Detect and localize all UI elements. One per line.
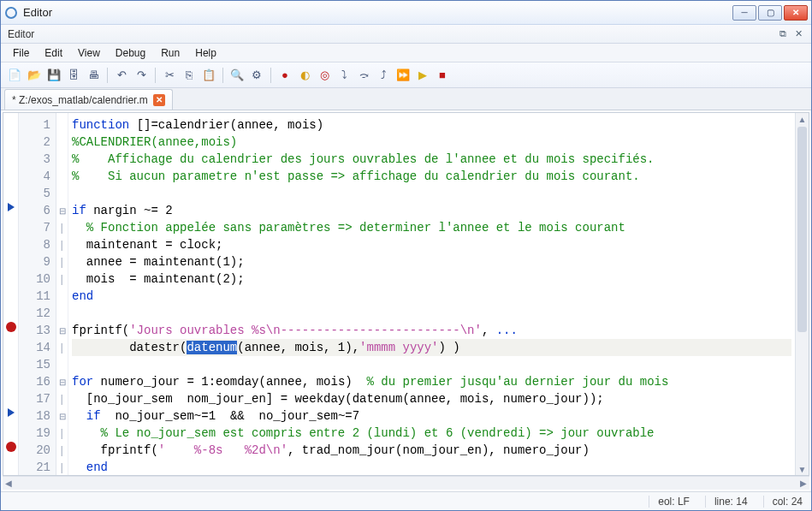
fold-marker[interactable]: ⊟ (56, 322, 68, 339)
code-line[interactable]: datestr(datenum(annee, mois, 1),'mmmm yy… (72, 339, 791, 356)
fold-marker[interactable]: │ (56, 219, 68, 236)
fold-marker[interactable]: │ (56, 253, 68, 270)
code-line[interactable]: maintenant = clock; (72, 236, 791, 253)
fold-column[interactable]: ⊟││││⊟│⊟│⊟│││ (56, 113, 68, 475)
code-line[interactable]: end (72, 459, 791, 475)
horizontal-scrollbar[interactable]: ◀ ▶ (3, 476, 809, 490)
menu-help[interactable]: Help (188, 45, 223, 61)
close-button[interactable]: ✕ (784, 5, 808, 21)
line-number[interactable]: 1 (19, 116, 50, 134)
paste-icon[interactable]: 📋 (200, 67, 217, 84)
code-line[interactable] (72, 305, 791, 322)
line-number[interactable]: 19 (19, 425, 50, 442)
menu-view[interactable]: View (71, 45, 107, 61)
fold-marker[interactable] (56, 305, 68, 322)
save-icon[interactable]: 💾 (45, 67, 62, 84)
step-in-icon[interactable]: ⤵ (335, 67, 353, 84)
line-number-column[interactable]: 12345678910111213141516171819202122 (19, 113, 56, 475)
line-number[interactable]: 12 (19, 305, 50, 322)
line-number[interactable]: 3 (19, 151, 50, 168)
tab-active[interactable]: * Z:/exos_matlab/calendrier.m ✕ (4, 89, 173, 110)
new-file-icon[interactable]: 📄 (6, 67, 23, 84)
vertical-scrollbar[interactable]: ▲ ▼ (795, 113, 809, 475)
fold-marker[interactable] (56, 151, 68, 168)
breakpoint-marker[interactable] (6, 322, 16, 332)
copy-icon[interactable]: ⎘ (181, 67, 198, 84)
find-icon[interactable]: 🔍 (228, 67, 246, 84)
fold-marker[interactable]: │ (56, 442, 68, 459)
menu-file[interactable]: File (6, 45, 36, 61)
undo-icon[interactable]: ↶ (113, 67, 130, 84)
fold-marker[interactable]: ⊟ (56, 202, 68, 219)
titlebar[interactable]: Editor ─ ▢ ✕ (1, 1, 811, 25)
line-number[interactable]: 7 (19, 219, 50, 236)
line-number[interactable]: 17 (19, 390, 50, 407)
menu-run[interactable]: Run (154, 45, 187, 61)
breakpoint-icon[interactable]: ● (276, 67, 293, 84)
code-line[interactable]: % Affichage du calendrier des jours ouvr… (72, 151, 791, 168)
fold-marker[interactable] (56, 288, 68, 305)
line-number[interactable]: 21 (19, 459, 50, 476)
step-out-icon[interactable]: ⤴ (375, 67, 392, 84)
line-number[interactable]: 6 (19, 202, 50, 219)
code-line[interactable]: end (72, 288, 791, 305)
line-number[interactable]: 5 (19, 185, 50, 202)
code-line[interactable]: if no_jour_sem~=1 && no_jour_sem~=7 (72, 407, 791, 425)
scroll-down-icon[interactable]: ▼ (796, 463, 809, 475)
tab-close-icon[interactable]: ✕ (153, 94, 165, 106)
line-number[interactable]: 14 (19, 339, 50, 356)
fold-marker[interactable]: │ (56, 459, 68, 476)
code-line[interactable]: function []=calendrier(annee, mois) (72, 116, 791, 134)
scroll-up-icon[interactable]: ▲ (796, 113, 809, 125)
menu-debug[interactable]: Debug (109, 45, 152, 61)
code-line[interactable]: fprintf('Jours ouvrables %s\n-----------… (72, 322, 791, 339)
undock-icon[interactable]: ⧉ (777, 28, 789, 40)
scroll-thumb[interactable] (797, 127, 807, 332)
fold-marker[interactable] (56, 134, 68, 151)
disable-breakpoints-icon[interactable]: ◎ (316, 67, 333, 84)
save-all-icon[interactable]: 🗄 (65, 67, 82, 84)
code-line[interactable]: if nargin ~= 2 (72, 202, 791, 219)
line-number[interactable]: 2 (19, 134, 50, 151)
code-line[interactable]: % Le no_jour_sem est compris entre 2 (lu… (72, 425, 791, 442)
code-area[interactable]: function []=calendrier(annee, mois)%CALE… (68, 113, 795, 475)
code-line[interactable]: fprintf(' %-8s %2d\n', trad_nom_jour(nom… (72, 442, 791, 459)
code-line[interactable]: mois = maintenant(2); (72, 270, 791, 288)
maximize-button[interactable]: ▢ (758, 5, 782, 21)
line-number[interactable]: 4 (19, 168, 50, 185)
minimize-button[interactable]: ─ (732, 5, 756, 21)
continue-icon[interactable]: ⏩ (394, 67, 412, 84)
fold-marker[interactable]: ⊟ (56, 407, 68, 425)
stop-icon[interactable]: ■ (434, 67, 451, 84)
fold-marker[interactable] (56, 168, 68, 185)
print-icon[interactable]: 🖶 (85, 67, 102, 84)
fold-marker[interactable] (56, 116, 68, 134)
fold-marker[interactable] (56, 356, 68, 373)
line-number[interactable]: 16 (19, 373, 50, 390)
remove-breakpoints-icon[interactable]: ◐ (296, 67, 313, 84)
line-number[interactable]: 11 (19, 288, 50, 305)
cut-icon[interactable]: ✂ (161, 67, 178, 84)
fold-marker[interactable]: │ (56, 236, 68, 253)
tool-icon[interactable]: ⚙ (248, 67, 265, 84)
line-number[interactable]: 15 (19, 356, 50, 373)
code-line[interactable]: annee = maintenant(1); (72, 253, 791, 270)
code-line[interactable] (72, 185, 791, 202)
fold-marker[interactable]: │ (56, 390, 68, 407)
code-line[interactable]: %CALENDRIER(annee,mois) (72, 134, 791, 151)
code-line[interactable] (72, 356, 791, 373)
code-line[interactable]: [no_jour_sem nom_jour_en] = weekday(date… (72, 390, 791, 407)
line-number[interactable]: 18 (19, 407, 50, 425)
line-number[interactable]: 9 (19, 253, 50, 270)
fold-marker[interactable]: │ (56, 425, 68, 442)
step-over-icon[interactable]: ⤼ (355, 67, 372, 84)
line-number[interactable]: 8 (19, 236, 50, 253)
fold-marker[interactable] (56, 185, 68, 202)
run-icon[interactable]: ▶ (414, 67, 431, 84)
marker-column[interactable] (3, 113, 19, 475)
fold-marker[interactable]: │ (56, 270, 68, 288)
line-number[interactable]: 20 (19, 442, 50, 459)
fold-marker[interactable]: ⊟ (56, 373, 68, 390)
menu-edit[interactable]: Edit (38, 45, 69, 61)
line-number[interactable]: 13 (19, 322, 50, 339)
